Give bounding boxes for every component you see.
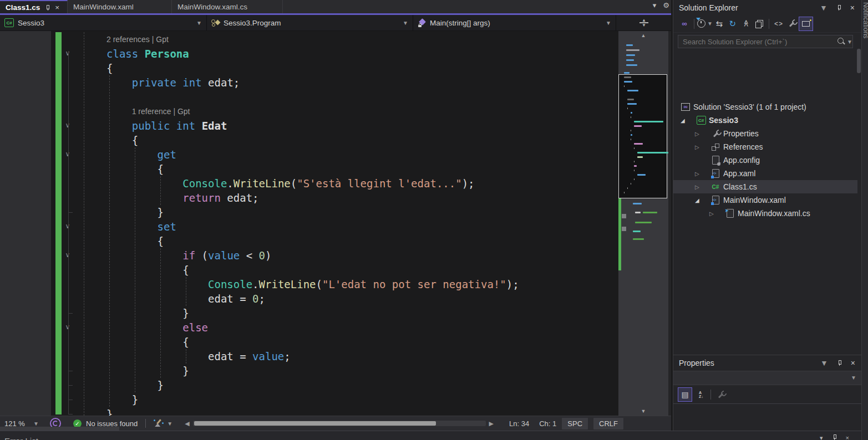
search-icon[interactable] — [837, 38, 844, 44]
tree-item-references[interactable]: ▷References — [673, 140, 857, 154]
type-dropdown[interactable]: Sessio3.Program ▼ — [207, 15, 413, 30]
code-line[interactable]: Console.WriteLine("L'edat no pot ser neg… — [106, 277, 519, 291]
search-input[interactable] — [678, 35, 853, 48]
window-menu-chevron-icon[interactable]: ▼ — [820, 359, 828, 367]
split-editor-button[interactable]: ▲▼ — [616, 15, 672, 30]
expander-collapsed-icon[interactable]: ▷ — [709, 211, 714, 217]
minimap-scrollbar[interactable]: ▲ ▼ — [618, 31, 668, 416]
tab-list-chevron-icon[interactable]: ▾ — [653, 1, 657, 9]
alphabetical-view-button[interactable]: AZ↓ — [694, 388, 708, 401]
close-icon[interactable]: × — [851, 359, 855, 367]
code-line[interactable]: class Persona — [106, 47, 189, 61]
line-ending-indicator[interactable]: CRLF — [593, 418, 623, 429]
close-icon[interactable]: × — [846, 434, 849, 440]
code-line[interactable]: { — [106, 162, 164, 176]
codelens-indicator[interactable]: 2 references | Gpt — [106, 32, 169, 47]
expander-expanded-icon[interactable]: ◢ — [681, 117, 685, 124]
code-line[interactable]: } — [106, 364, 189, 378]
code-line[interactable]: } — [106, 407, 113, 416]
code-line[interactable]: if (value < 0) — [106, 248, 272, 263]
code-line[interactable] — [106, 90, 132, 104]
minimap-viewport-slider[interactable] — [618, 74, 667, 198]
window-menu-chevron-icon[interactable]: ▼ — [820, 3, 828, 12]
notifications-edge-tab[interactable]: Notifications — [862, 2, 868, 38]
fold-collapse-chevron-icon[interactable]: ∨ — [62, 150, 73, 158]
fold-collapse-chevron-icon[interactable]: ∨ — [62, 222, 73, 230]
properties-object-selector[interactable]: ▼ — [673, 371, 862, 385]
code-editor[interactable]: ∨∨∨∨∨∨ 2 references | Gptclass Persona{ … — [0, 31, 671, 416]
scroll-right-arrow-icon[interactable]: ▶ — [489, 420, 494, 427]
pin-icon[interactable] — [832, 434, 837, 439]
horizontal-scrollbar-thumb[interactable] — [194, 421, 436, 426]
fold-collapse-chevron-icon[interactable]: ∨ — [62, 121, 73, 129]
code-line[interactable]: } — [106, 306, 189, 320]
scroll-left-arrow-icon[interactable]: ◀ — [185, 420, 189, 427]
close-icon[interactable]: × — [850, 3, 855, 12]
expander-collapsed-icon[interactable]: ▷ — [695, 171, 699, 177]
show-all-files-button[interactable] — [753, 17, 766, 30]
pin-icon[interactable] — [837, 360, 842, 365]
tree-item-sessio3[interactable]: ◢C#Sessio3 — [673, 114, 857, 127]
pin-icon[interactable] — [45, 5, 50, 10]
code-line[interactable]: } — [106, 392, 138, 407]
pin-icon[interactable] — [836, 5, 841, 10]
code-line[interactable]: { — [106, 234, 164, 248]
expander-collapsed-icon[interactable]: ▷ — [695, 144, 699, 150]
properties-button[interactable] — [785, 17, 799, 30]
code-line[interactable]: Console.WriteLine("S'està llegint l'edat… — [106, 176, 475, 191]
tree-item-mainwindow-xaml-cs[interactable]: ▷➤MainWindow.xaml.cs — [673, 207, 857, 220]
code-line[interactable]: { — [106, 335, 189, 349]
fold-collapse-chevron-icon[interactable]: ∨ — [62, 251, 73, 259]
collapse-all-button[interactable]: ≫ — [739, 17, 753, 30]
codelens-indicator[interactable]: 1 reference | Gpt — [132, 104, 190, 119]
horizontal-scrollbar[interactable] — [193, 421, 486, 426]
tree-item-class1-cs[interactable]: ▷C#Class1.cs — [673, 180, 857, 193]
code-line[interactable]: { — [106, 61, 113, 75]
pending-changes-filter-button[interactable]: ▼ — [697, 17, 713, 30]
project-dropdown[interactable]: C# Sessio3 ▼ — [0, 15, 207, 30]
view-code-button[interactable]: <> — [772, 17, 785, 30]
panel-resize-grip[interactable] — [0, 427, 119, 431]
code-line[interactable]: edat = value; — [106, 349, 291, 364]
tree-item-app-config[interactable]: App.config — [673, 154, 857, 167]
line-indicator[interactable]: Ln: 34 — [509, 419, 529, 428]
column-indicator[interactable]: Ch: 1 — [539, 419, 556, 428]
scroll-down-arrow-icon[interactable]: ▼ — [618, 408, 668, 414]
code-line[interactable]: public int Edat — [106, 119, 227, 133]
code-line[interactable]: private int edat; — [106, 75, 240, 90]
tree-item-properties[interactable]: ▷Properties — [673, 127, 857, 140]
refresh-button[interactable]: ↻ — [726, 17, 739, 30]
tree-item-solution-sessio3-1-of-1-project-[interactable]: ∞Solution 'Sessio3' (1 of 1 project) — [673, 100, 857, 114]
switch-views-button[interactable]: ∞ — [678, 17, 691, 30]
search-options-chevron-icon[interactable]: ▼ — [847, 39, 852, 45]
code-line[interactable]: else — [106, 320, 208, 335]
tree-item-mainwindow-xaml[interactable]: ◢<>MainWindow.xaml — [673, 193, 857, 207]
member-dropdown[interactable]: Main(string[] args) ▼ — [413, 15, 616, 30]
code-line[interactable]: } — [106, 205, 164, 219]
code-line[interactable]: return edat; — [106, 191, 259, 205]
fold-collapse-chevron-icon[interactable]: ∨ — [62, 323, 73, 331]
document-tab[interactable]: MainWindow.xaml.cs — [172, 0, 283, 13]
editor-glyph-margin[interactable] — [0, 31, 51, 416]
chevron-down-icon[interactable]: ▾ — [820, 434, 823, 440]
code-line[interactable]: { — [106, 263, 189, 277]
error-list-panel-header[interactable]: Error List ▾ × — [0, 431, 868, 440]
expander-expanded-icon[interactable]: ◢ — [695, 197, 699, 203]
code-line[interactable]: get — [106, 147, 176, 162]
document-tab[interactable]: MainWindow.xaml — [68, 0, 172, 13]
sidebar-scrollbar-thumb[interactable] — [857, 49, 861, 73]
preview-selected-items-button[interactable] — [799, 17, 813, 31]
code-line[interactable]: { — [106, 133, 138, 147]
code-cleanup-button[interactable] — [154, 419, 164, 428]
expander-collapsed-icon[interactable]: ▷ — [695, 131, 699, 137]
tab-options-gear-icon[interactable]: ⚙ — [663, 1, 669, 9]
fold-collapse-chevron-icon[interactable]: ∨ — [62, 49, 73, 57]
document-tab[interactable]: Class1.cs× — [0, 0, 68, 13]
scroll-up-arrow-icon[interactable]: ▲ — [618, 33, 668, 38]
code-line[interactable]: set — [106, 219, 176, 234]
code-line[interactable]: } — [106, 378, 164, 392]
properties-header[interactable]: Properties ▼ × — [673, 355, 862, 370]
sync-with-active-document-button[interactable]: ⇆ — [713, 17, 726, 30]
code-cleanup-chevron-icon[interactable]: ▼ — [167, 421, 172, 427]
insert-mode-indicator[interactable]: SPC — [562, 418, 588, 429]
